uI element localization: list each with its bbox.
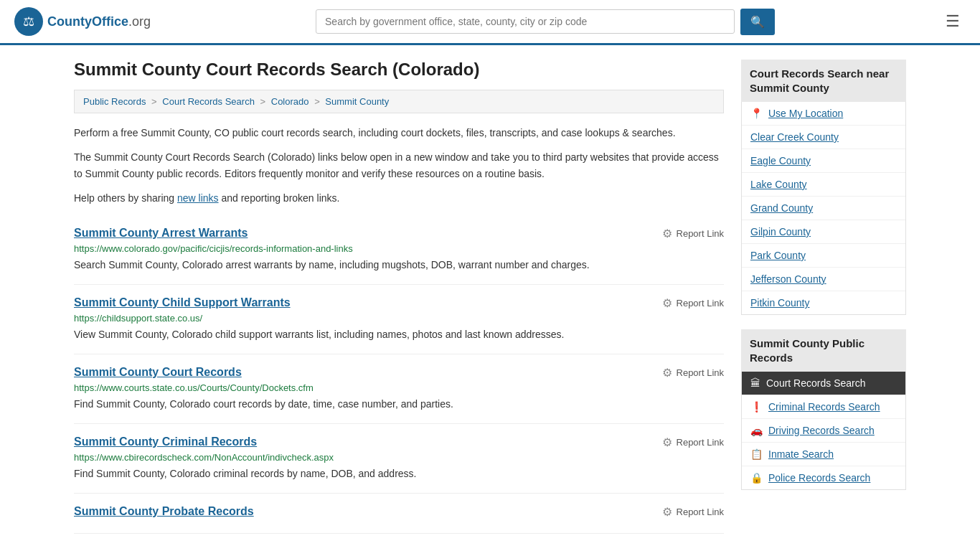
record-url-4[interactable]: https://www.cbirecordscheck.com/NonAccou… (74, 452, 724, 463)
record-item-header: Summit County Arrest Warrants ⚙ Report L… (74, 227, 724, 240)
report-icon: ⚙ (662, 227, 672, 240)
nearby-section-title: Court Records Search near Summit County (741, 60, 906, 102)
breadcrumb-public-records[interactable]: Public Records (83, 96, 146, 107)
page-title: Summit County Court Records Search (Colo… (74, 60, 724, 80)
criminal-records-item[interactable]: ❗ Criminal Records Search (742, 395, 905, 419)
record-title[interactable]: Summit County Probate Records (74, 505, 254, 518)
search-input[interactable] (316, 9, 735, 34)
clear-creek-link[interactable]: Clear Creek County (750, 131, 839, 143)
report-link-5[interactable]: ⚙ Report Link (662, 505, 724, 519)
inmate-search-item[interactable]: 📋 Inmate Search (742, 443, 905, 466)
criminal-records-icon: ❗ (750, 401, 763, 413)
breadcrumb-sep-3: > (314, 96, 322, 107)
record-url-1[interactable]: https://www.colorado.gov/pacific/cicjis/… (74, 243, 724, 254)
records-list: Summit County Arrest Warrants ⚙ Report L… (74, 215, 724, 534)
criminal-records-link[interactable]: Criminal Records Search (768, 401, 880, 413)
jefferson-link[interactable]: Jefferson County (750, 273, 826, 285)
report-icon: ⚙ (662, 435, 672, 449)
breadcrumb-colorado[interactable]: Colorado (271, 96, 309, 107)
record-item-header: Summit County Criminal Records ⚙ Report … (74, 435, 724, 449)
record-item-header: Summit County Court Records ⚙ Report Lin… (74, 366, 724, 380)
report-link-1[interactable]: ⚙ Report Link (662, 227, 724, 240)
location-pin-icon: 📍 (750, 108, 763, 119)
park-link[interactable]: Park County (750, 250, 806, 261)
record-title[interactable]: Summit County Criminal Records (74, 435, 257, 448)
record-url-3[interactable]: https://www.courts.state.co.us/Courts/Co… (74, 382, 724, 393)
description-3: Help others by sharing new links and rep… (74, 190, 724, 206)
search-icon: 🔍 (750, 16, 765, 28)
court-records-icon: 🏛 (750, 377, 760, 389)
inmate-search-link[interactable]: Inmate Search (768, 448, 834, 460)
report-link-3[interactable]: ⚙ Report Link (662, 366, 724, 380)
record-desc-1: Search Summit County, Colorado arrest wa… (74, 258, 724, 273)
content-area: Summit County Court Records Search (Colo… (74, 60, 724, 534)
gilpin-link[interactable]: Gilpin County (750, 226, 811, 237)
jefferson-item[interactable]: Jefferson County (742, 268, 905, 291)
use-my-location-item[interactable]: 📍 Use My Location (742, 102, 905, 126)
public-records-section-title: Summit County Public Records (741, 329, 906, 372)
report-icon: ⚙ (662, 505, 672, 519)
hamburger-icon: ☰ (946, 12, 960, 30)
driving-records-item[interactable]: 🚗 Driving Records Search (742, 419, 905, 443)
court-records-search-link[interactable]: Court Records Search (766, 377, 866, 389)
driving-records-icon: 🚗 (750, 425, 763, 436)
report-icon: ⚙ (662, 366, 672, 380)
eagle-item[interactable]: Eagle County (742, 149, 905, 173)
park-item[interactable]: Park County (742, 244, 905, 268)
record-title[interactable]: Summit County Child Support Warrants (74, 296, 291, 309)
lake-item[interactable]: Lake County (742, 173, 905, 197)
lake-link[interactable]: Lake County (750, 179, 807, 190)
driving-records-link[interactable]: Driving Records Search (768, 425, 875, 436)
record-item: Summit County Arrest Warrants ⚙ Report L… (74, 215, 724, 285)
record-item: Summit County Court Records ⚙ Report Lin… (74, 354, 724, 424)
breadcrumb: Public Records > Court Records Search > … (74, 90, 724, 113)
new-links-link[interactable]: new links (177, 192, 219, 204)
public-records-list: 🏛 Court Records Search ❗ Criminal Record… (741, 372, 906, 490)
court-records-item[interactable]: 🏛 Court Records Search (742, 372, 905, 395)
logo-area: ⚖ CountyOffice.org (14, 7, 151, 36)
record-desc-2: View Summit County, Colorado child suppo… (74, 327, 724, 342)
description-1: Perform a free Summit County, CO public … (74, 125, 724, 141)
sidebar: Court Records Search near Summit County … (741, 60, 906, 534)
grand-item[interactable]: Grand County (742, 197, 905, 220)
description-2: The Summit County Court Records Search (… (74, 149, 724, 182)
record-item: Summit County Child Support Warrants ⚙ R… (74, 285, 724, 354)
header-right: ☰ (940, 9, 966, 34)
police-records-link[interactable]: Police Records Search (768, 472, 870, 484)
logo-text: CountyOffice.org (47, 14, 151, 29)
nearby-list: 📍 Use My Location Clear Creek County Eag… (741, 102, 906, 315)
report-link-4[interactable]: ⚙ Report Link (662, 435, 724, 449)
breadcrumb-sep-1: > (151, 96, 159, 107)
record-item: Summit County Probate Records ⚙ Report L… (74, 494, 724, 534)
search-area: 🔍 (316, 9, 775, 35)
gilpin-item[interactable]: Gilpin County (742, 220, 905, 244)
menu-button[interactable]: ☰ (940, 9, 966, 34)
report-link-2[interactable]: ⚙ Report Link (662, 296, 724, 310)
record-title[interactable]: Summit County Court Records (74, 366, 242, 379)
breadcrumb-court-records[interactable]: Court Records Search (162, 96, 255, 107)
search-button[interactable]: 🔍 (740, 9, 775, 35)
police-records-icon: 🔒 (750, 472, 763, 484)
use-my-location-link[interactable]: Use My Location (768, 108, 843, 119)
record-title[interactable]: Summit County Arrest Warrants (74, 227, 248, 240)
main-container: Summit County Court Records Search (Colo… (60, 45, 920, 548)
breadcrumb-summit-county[interactable]: Summit County (325, 96, 389, 107)
inmate-search-icon: 📋 (750, 448, 763, 460)
logo-icon: ⚖ (14, 7, 43, 36)
record-desc-3: Find Summit County, Colorado court recor… (74, 397, 724, 412)
record-item-header: Summit County Child Support Warrants ⚙ R… (74, 296, 724, 310)
record-item: Summit County Criminal Records ⚙ Report … (74, 424, 724, 494)
eagle-link[interactable]: Eagle County (750, 155, 811, 166)
breadcrumb-sep-2: > (260, 96, 268, 107)
record-item-header: Summit County Probate Records ⚙ Report L… (74, 505, 724, 519)
grand-link[interactable]: Grand County (750, 202, 813, 214)
pitkin-link[interactable]: Pitkin County (750, 297, 809, 309)
clear-creek-item[interactable]: Clear Creek County (742, 126, 905, 149)
svg-text:⚖: ⚖ (23, 14, 34, 29)
report-icon: ⚙ (662, 296, 672, 310)
record-url-2[interactable]: https://childsupport.state.co.us/ (74, 313, 724, 324)
record-desc-4: Find Summit County, Colorado criminal re… (74, 466, 724, 481)
police-records-item[interactable]: 🔒 Police Records Search (742, 466, 905, 489)
header: ⚖ CountyOffice.org 🔍 ☰ (0, 0, 980, 45)
pitkin-item[interactable]: Pitkin County (742, 291, 905, 314)
